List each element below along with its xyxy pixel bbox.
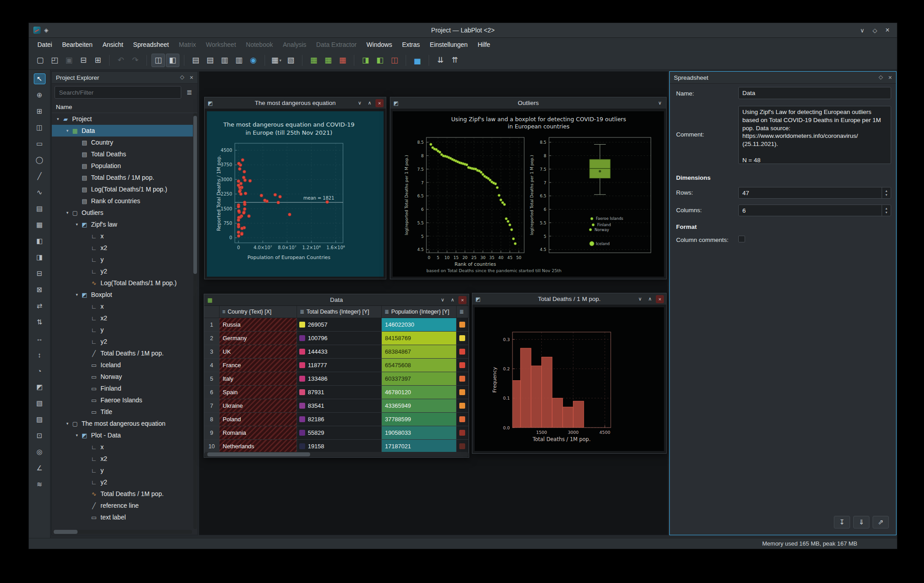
insert-column-right-icon[interactable]: ▥ [232,54,246,67]
shade-button[interactable]: ∨ [636,295,644,303]
tree-column-header[interactable]: Name [52,101,197,113]
left-tool-13-icon[interactable]: ⊟ [34,268,46,279]
tree-item-zipf-s-law[interactable]: ▾◩Zipf's law [52,219,193,230]
menu-hilfe[interactable]: Hilfe [473,39,495,50]
menu-windows[interactable]: Windows [361,39,397,50]
expander-icon[interactable]: ▾ [73,433,80,437]
expander-icon[interactable]: ▾ [73,222,80,227]
tree-item-y2[interactable]: ∟y2 [52,476,193,488]
pin-icon[interactable]: ◈ [44,27,48,33]
redo-icon[interactable]: ↷ [128,54,142,67]
window-titlebar[interactable]: ◩ Total Deaths / 1 M pop. ∨ ∧ × [472,293,666,305]
columns-step-down-icon[interactable]: ▾ [885,210,887,214]
tree-item-outliers[interactable]: ▾▢Outliers [52,207,193,219]
left-tool-9-icon[interactable]: ▤ [34,203,46,214]
tree-item-x[interactable]: ∟x [52,301,193,312]
save-as-button[interactable]: ⇗ [873,516,889,528]
left-tool-12-icon[interactable]: ◨ [34,252,46,263]
total-deaths-cell[interactable]: 118777 [297,359,382,372]
table-horizontal-scrollbar[interactable] [205,452,468,457]
left-tool-8-icon[interactable]: ∿ [34,187,46,198]
window-titlebar[interactable]: ▦ Data ∨ ∧ × [204,294,469,306]
column-comments-checkbox[interactable] [738,236,745,242]
tree-item-x[interactable]: ∟x [52,441,193,453]
extra-column-cell[interactable] [457,372,469,385]
close-panel-icon[interactable]: × [190,74,193,81]
close-window-button[interactable]: × [375,99,384,107]
restore-button[interactable]: ∧ [646,295,654,303]
add-column-left-icon[interactable]: ◨ [359,54,372,67]
left-tool-25-icon[interactable]: ∠ [34,463,46,474]
worksheet-histogram[interactable]: 1500300045000.00.10.20.3Total Deaths / 1… [475,307,664,451]
restore-button[interactable]: ∧ [366,99,374,107]
table-row-italy[interactable]: 5Italy13348660337397 [204,372,469,386]
table-row-france[interactable]: 4France11877765475608 [204,359,469,372]
country-cell[interactable]: Russia [220,318,297,331]
left-tool-16-icon[interactable]: ⇅ [34,317,46,328]
total-deaths-cell[interactable]: 19158 [297,440,382,453]
tree-item-y[interactable]: ∟y [52,465,193,476]
tree-item-total-deaths-1m-pop[interactable]: ▤Total Deaths / 1M pop. [52,172,193,183]
left-tool-7-icon[interactable]: ╱ [34,171,46,182]
left-tool-26-icon[interactable]: ≋ [34,479,46,490]
tree-item-data[interactable]: ▾▦Data [52,125,193,137]
columns-stepper[interactable]: 6 ▴▾ [738,205,891,216]
column-header-country-text-x[interactable]: ≡Country {Text} [X] [220,306,297,318]
tabbed-view-icon[interactable]: ◧ [166,54,179,67]
restore-button[interactable]: ∧ [448,296,457,304]
left-tool-15-icon[interactable]: ⇄ [34,301,46,311]
left-tool-14-icon[interactable]: ⊠ [34,284,46,295]
total-deaths-cell[interactable]: 144433 [297,345,382,358]
new-worksheet-icon[interactable]: ▧ [284,54,297,67]
search-input[interactable] [55,86,181,99]
country-cell[interactable]: UK [220,345,297,358]
tree-item-iceland[interactable]: ▭Iceland [52,359,193,371]
insert-row-below-icon[interactable]: ▤ [203,54,217,67]
tree-item-title[interactable]: ▭Title [52,406,193,418]
extra-column-cell[interactable] [457,345,469,358]
tree-item-reference-line[interactable]: ╱reference line [52,500,193,511]
shade-button[interactable]: ∨ [356,99,364,107]
delete-columns-icon[interactable]: ◫ [388,54,401,67]
new-spreadsheet-icon[interactable]: ▦▾ [270,54,283,67]
delete-rows-icon[interactable]: ▦ [336,54,349,67]
population-cell[interactable]: 60337397 [382,372,457,385]
tree-item-y[interactable]: ∟y [52,324,193,336]
expander-icon[interactable]: ▾ [73,292,80,297]
rows-step-down-icon[interactable]: ▾ [885,193,887,197]
table-row-romania[interactable]: 9Romania5582919058033 [204,426,469,440]
extra-column-cell[interactable] [457,426,469,439]
country-cell[interactable]: Poland [220,413,297,426]
tree-item-y[interactable]: ∟y [52,254,193,265]
table-row-germany[interactable]: 2Germany10079684158769 [204,332,469,345]
close-panel-icon[interactable]: × [888,74,892,81]
country-cell[interactable]: Spain [220,386,297,399]
left-tool-23-icon[interactable]: ⊡ [34,430,46,441]
tree-item-log-total-deaths-1-m-pop[interactable]: ▤Log(Total Deaths/1 M pop.) [52,183,193,195]
country-cell[interactable]: Netherlands [220,440,297,453]
save-button[interactable]: ⇓ [853,516,869,528]
tree-item-text-label[interactable]: ▭text label [52,511,193,523]
population-cell[interactable]: 46780120 [382,386,457,399]
population-cell[interactable]: 65475608 [382,359,457,372]
country-cell[interactable]: France [220,359,297,372]
tree-item-x[interactable]: ∟x [52,230,193,242]
export-button[interactable]: ↧ [834,516,850,528]
close-window-button[interactable]: × [656,295,664,303]
column-header-total-deaths-integer-y[interactable]: ≣Total Deaths {Integer} [Y] [297,306,382,318]
column-header-population-integer-y[interactable]: ≣Population {Integer} [Y] [382,306,457,318]
close-window-button[interactable]: × [458,296,467,304]
tree-item-finland[interactable]: ▭Finland [52,383,193,394]
tree-item-x2[interactable]: ∟x2 [52,453,193,465]
left-tool-17-icon[interactable]: ↔ [34,333,46,344]
population-cell[interactable]: 17187021 [382,440,457,453]
left-tool-22-icon[interactable]: ▨ [34,414,46,425]
left-tool-3-icon[interactable]: ⊞ [34,106,46,117]
sort-descending-icon[interactable]: ⇊ [434,54,447,67]
menu-bearbeiten[interactable]: Bearbeiten [57,39,98,50]
tree-item-rank-of-countries[interactable]: ▤Rank of countries [52,195,193,207]
population-cell[interactable]: 19058033 [382,426,457,439]
table-row-spain[interactable]: 6Spain8793146780120 [204,386,469,399]
menu-extras[interactable]: Extras [397,39,425,50]
maximize-button[interactable]: ◇ [870,25,880,35]
